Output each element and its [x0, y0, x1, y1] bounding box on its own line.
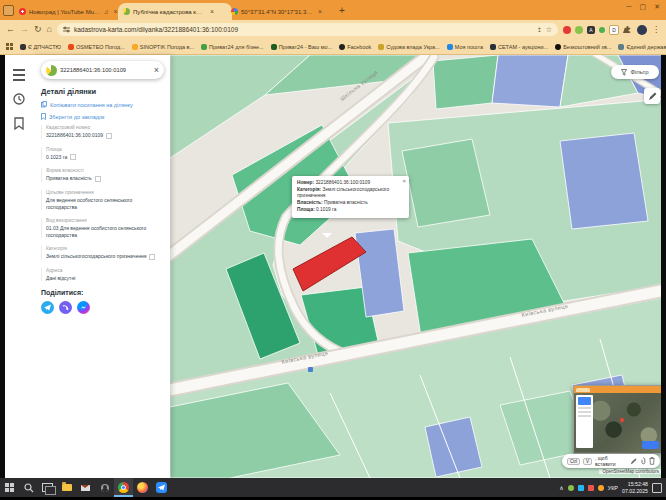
profile-avatar[interactable] [637, 25, 647, 35]
dot-extension-icon[interactable] [599, 27, 605, 33]
map-pin-icon [619, 417, 625, 423]
tab-cadastral-map[interactable]: Публічна кадастрова карта У... × [118, 3, 232, 20]
clear-search-icon[interactable]: × [154, 65, 159, 75]
green-extension-icon[interactable] [575, 26, 583, 34]
tray-shield-icon[interactable] [578, 485, 584, 491]
paperclip-icon[interactable] [640, 457, 646, 465]
new-tab-button[interactable]: + [336, 5, 348, 17]
adblock-extension-icon[interactable] [563, 26, 571, 34]
url-text[interactable]: kadastrova-karta.com/dilyanka/3221886401… [74, 26, 533, 33]
pencil-tool-icon[interactable] [630, 458, 637, 465]
tab-google-maps-coords[interactable]: 50°37'31.4"N 30°17'31.3"E - G... × [226, 3, 340, 20]
cadastral-map[interactable]: Шкільна вулиця Київська вулиця Київська … [170, 55, 666, 478]
tray-orange-icon[interactable] [598, 485, 604, 491]
bookmark-item[interactable]: SINOPTIK Погода в... [132, 44, 194, 50]
maximize-button[interactable]: ▢ [640, 3, 647, 11]
field-address: Адреса Дані відсутні [41, 268, 164, 282]
site-info-icon[interactable] [63, 26, 70, 33]
tray-green-icon[interactable] [568, 485, 574, 491]
preview-side-panel [576, 395, 593, 448]
copy-value-icon[interactable] [106, 133, 112, 139]
tab-youtube-music[interactable]: Новоград | YouTube Musi... ♫ × [14, 3, 124, 20]
a-extension-icon[interactable]: A [587, 26, 595, 34]
task-view-icon[interactable] [38, 478, 57, 497]
tab-close-icon[interactable]: × [318, 8, 322, 15]
right-screen-edge [661, 55, 666, 478]
paste-hint-bar[interactable]: Ctrl V , щоб вставити [562, 454, 660, 468]
search-box[interactable]: 3221886401:36:100:0109 × [41, 61, 164, 79]
bus-stop-icon [308, 367, 313, 372]
start-button[interactable] [0, 478, 19, 497]
save-bookmark-button[interactable]: Зберегти до закладок [41, 113, 164, 120]
extensions-puzzle-icon[interactable] [623, 25, 632, 34]
back-button[interactable]: ← [6, 25, 15, 34]
bookmark-item[interactable]: Єдиний державн... [618, 44, 666, 50]
apps-grid-icon[interactable] [6, 43, 13, 50]
firefox-taskbar-icon[interactable] [133, 478, 152, 497]
telegram-taskbar-icon[interactable] [152, 478, 171, 497]
ctrl-keycap: Ctrl [567, 458, 580, 465]
field-category: Категорія Землі сільськогосподарського п… [41, 246, 164, 260]
copy-icon [41, 101, 47, 108]
history-clock-icon[interactable] [13, 93, 25, 105]
popup-row: Площа: 0.1019 га [297, 207, 404, 214]
bookmark-item[interactable]: Приват24 - Ваш мо... [271, 44, 333, 50]
minimize-button[interactable]: ─ [627, 3, 632, 11]
field-use-type: Вид використання 01.03 Для ведення особи… [41, 218, 164, 238]
chrome-taskbar-icon[interactable] [114, 478, 133, 497]
window-restore-icon[interactable] [3, 5, 14, 16]
search-input[interactable]: 3221886401:36:100:0109 [60, 67, 151, 73]
bookmark-item[interactable]: Приват24 для бізне... [201, 44, 264, 50]
home-button[interactable]: ⌂ [47, 25, 52, 34]
bookmark-item[interactable]: Facebook [339, 44, 371, 50]
bookmark-item[interactable]: Судова влада Укра... [378, 44, 439, 50]
reload-button[interactable]: ↻ [34, 25, 42, 34]
popup-close-icon[interactable]: × [402, 177, 406, 185]
screen: Новоград | YouTube Musi... ♫ × Публічна … [0, 0, 666, 500]
trash-icon[interactable] [649, 457, 655, 465]
bookmark-star-icon[interactable]: ☆ [546, 26, 552, 34]
mail-app-icon[interactable] [76, 478, 95, 497]
language-indicator[interactable]: УКР [608, 485, 618, 491]
field-ownership: Форма власності Приватна власність [41, 168, 164, 182]
satellite-preview-window[interactable] [573, 385, 663, 454]
copy-value-icon[interactable] [149, 254, 155, 260]
copy-value-icon[interactable] [95, 176, 101, 182]
copy-link-button[interactable]: Копіювати посилання на ділянку [41, 101, 164, 108]
file-explorer-icon[interactable] [57, 478, 76, 497]
bookmark-ribbon-icon[interactable] [14, 117, 24, 130]
tab-close-icon[interactable]: × [210, 8, 214, 15]
viber-share-icon[interactable] [59, 301, 72, 314]
close-window-button[interactable]: ✕ [654, 3, 660, 11]
browser-menu-icon[interactable]: ⋮ [652, 25, 660, 34]
taskbar-search-icon[interactable] [19, 478, 38, 497]
copy-value-icon[interactable] [70, 154, 76, 160]
bookmark-item[interactable]: Безкоштовний зв... [555, 44, 611, 50]
people-app-icon[interactable] [95, 478, 114, 497]
tray-expand-chevron[interactable]: ∧ [559, 484, 563, 491]
telegram-share-icon[interactable] [41, 301, 54, 314]
map-attribution[interactable]: OpenStreetMap contributors [599, 469, 662, 474]
parcel-info-popup: × Номер: 3221886401:36:100:0109 Категорі… [292, 176, 409, 218]
d-extension-icon[interactable]: D [609, 25, 619, 35]
taskbar-clock[interactable]: 15:52:48 07.02.2025 [622, 481, 648, 494]
bookmark-item[interactable]: Є ДПЧАСТЮ [20, 44, 61, 50]
tray-red-icon[interactable] [588, 485, 594, 491]
action-center-icon[interactable] [652, 483, 662, 493]
menu-hamburger-icon[interactable] [13, 69, 25, 81]
bookmarks-bar: Є ДПЧАСТЮ OSMETEO Погод... SINOPTIK Пого… [0, 39, 666, 55]
map-side-toolbar [5, 55, 33, 478]
address-bar[interactable]: kadastrova-karta.com/dilyanka/3221886401… [57, 23, 558, 36]
forward-button[interactable]: → [20, 25, 29, 34]
share-icon[interactable]: ↥ [537, 26, 542, 33]
field-area: Площа 0.1023 га [41, 147, 164, 161]
tab-close-icon[interactable]: × [114, 8, 118, 15]
messenger-share-icon[interactable] [77, 301, 90, 314]
bookmark-item[interactable]: OSMETEO Погод... [68, 44, 125, 50]
audio-playing-icon: ♫ [104, 9, 109, 15]
filter-button[interactable]: Фільтр [611, 65, 659, 79]
bookmark-item[interactable]: Моя пошта [447, 44, 483, 50]
measure-draw-button[interactable] [644, 88, 660, 104]
time-text: 15:52:48 [628, 481, 648, 487]
bookmark-item[interactable]: СЕТАМ - аукціони... [490, 44, 548, 50]
